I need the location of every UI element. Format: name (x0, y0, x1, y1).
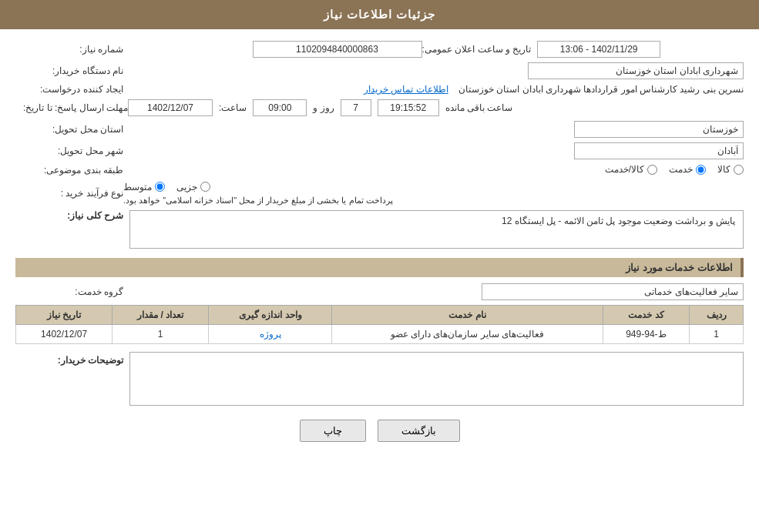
days-remaining-input[interactable] (341, 99, 371, 116)
buyer-org-row: نام دستگاه خریدار: (15, 62, 744, 79)
col-name: نام خدمت (332, 305, 603, 324)
need-number-label: شماره نیاز: (15, 44, 123, 55)
services-section-title: اطلاعات خدمات مورد نیاز (15, 258, 744, 277)
province-input[interactable] (574, 121, 744, 138)
khedmat-radio[interactable] (696, 165, 706, 175)
button-row: بازگشت چاپ (15, 408, 744, 453)
content-area: شماره نیاز: تاریخ و ساعت اعلان عمومی: نا… (0, 29, 759, 465)
category-kala-khedmat: کالا/خدمت (605, 164, 657, 175)
category-label: طبقه بندی موضوعی: (15, 165, 123, 176)
deadline-time-input[interactable] (253, 99, 307, 116)
deadline-value: ساعت: روز و ساعت باقی مانده (128, 99, 744, 116)
city-input[interactable] (574, 142, 744, 159)
days-label: روز و (313, 102, 334, 113)
table-row: 1 ط-94-949 فعالیت‌های سایر سازمان‌های دا… (16, 324, 744, 343)
time-label: ساعت: (219, 102, 247, 113)
time-remaining-input[interactable] (378, 99, 439, 116)
col-code: کد خدمت (603, 305, 690, 324)
kala-khedmat-label: کالا/خدمت (605, 164, 644, 175)
service-group-row: گروه خدمت: (15, 283, 744, 300)
general-desc-value: پایش و برداشت وضعیت موجود پل ثامن الائمه… (129, 210, 744, 249)
table-body: 1 ط-94-949 فعالیت‌های سایر سازمان‌های دا… (16, 324, 744, 343)
buyer-org-input[interactable] (528, 62, 744, 79)
announce-date-label: تاریخ و ساعت اعلان عمومی: (422, 44, 532, 55)
city-value (123, 142, 744, 159)
remaining-label: ساعت باقی مانده (445, 102, 513, 113)
general-desc-section: شرح کلی نیاز: پایش و برداشت وضعیت موجود … (15, 210, 744, 249)
city-row: شهر محل تحویل: (15, 142, 744, 159)
service-group-label: گروه خدمت: (15, 286, 123, 297)
page-title: جزئیات اطلاعات نیاز (324, 8, 435, 21)
category-kala: کالا (717, 164, 744, 175)
province-label: استان محل تحویل: (15, 124, 123, 135)
creator-value: نسرین بنی رشید کارشناس امور قراردادها شه… (123, 84, 744, 95)
col-date: تاریخ نیاز (16, 305, 113, 324)
service-group-input[interactable] (482, 283, 744, 300)
category-khedmat: خدمت (669, 164, 706, 175)
need-number-input[interactable] (253, 41, 422, 58)
buyer-notes-value (129, 352, 744, 408)
province-value (123, 121, 744, 138)
announce-date-input[interactable] (537, 41, 660, 58)
kala-radio[interactable] (734, 165, 744, 175)
table-header-row: ردیف کد خدمت نام خدمت واحد اندازه گیری ت… (16, 305, 744, 324)
creator-label: ایجاد کننده درخواست: (15, 84, 123, 95)
print-button[interactable]: چاپ (300, 420, 366, 442)
cell-name: فعالیت‌های سایر سازمان‌های دارای عضو (332, 324, 603, 343)
buyer-notes-textarea[interactable] (129, 352, 744, 406)
page-wrapper: جزئیات اطلاعات نیاز شماره نیاز: تاریخ و … (0, 0, 759, 532)
jozvi-label: جزیی (176, 182, 197, 192)
page-header: جزئیات اطلاعات نیاز (0, 0, 759, 29)
purchase-type-row: نوع فرآیند خرید : متوسط جزیی پرداخت تمام… (15, 182, 744, 206)
category-radio-group: کالا/خدمت خدمت کالا (605, 164, 744, 175)
kala-label: کالا (717, 164, 730, 175)
buyer-org-value (123, 62, 744, 79)
city-label: شهر محل تحویل: (15, 146, 123, 156)
need-number-value (123, 41, 422, 58)
cell-unit: پروژه (209, 324, 332, 343)
general-desc-label: شرح کلی نیاز: (15, 210, 123, 221)
jozvi-radio[interactable] (200, 182, 210, 192)
narration-box: پایش و برداشت وضعیت موجود پل ثامن الائمه… (129, 210, 744, 249)
creator-text: نسرین بنی رشید کارشناس امور قراردادها شه… (458, 84, 744, 95)
purchase-jozvi: جزیی (176, 182, 210, 192)
buyer-notes-label: توضیحات خریدار: (15, 352, 123, 366)
buyer-notes-section: توضیحات خریدار: (15, 352, 744, 408)
purchase-type-radio-group: متوسط جزیی (123, 182, 210, 192)
service-group-value (123, 283, 744, 300)
purchase-type-label: نوع فرآیند خرید : (15, 188, 123, 199)
motavaset-label: متوسط (123, 182, 152, 192)
category-options: کالا/خدمت خدمت کالا (123, 164, 744, 177)
kala-khedmat-radio[interactable] (647, 165, 657, 175)
purchase-type-note: پرداخت تمام یا بخشی از مبلغ خریدار از مح… (123, 196, 393, 206)
cell-code: ط-94-949 (603, 324, 690, 343)
col-count: تعداد / مقدار (113, 305, 209, 324)
deadline-date-input[interactable] (128, 99, 213, 116)
need-number-row: شماره نیاز: تاریخ و ساعت اعلان عمومی: (15, 41, 744, 58)
category-row: طبقه بندی موضوعی: کالا/خدمت خدمت کالا (15, 164, 744, 177)
buyer-org-label: نام دستگاه خریدار: (15, 65, 123, 76)
purchase-type-value: متوسط جزیی پرداخت تمام یا بخشی از مبلغ خ… (123, 182, 744, 206)
cell-count: 1 (113, 324, 209, 343)
contact-link[interactable]: اطلاعات تماس خریدار (364, 84, 448, 95)
back-button[interactable]: بازگشت (378, 420, 460, 442)
cell-date: 1402/12/07 (16, 324, 113, 343)
province-row: استان محل تحویل: (15, 121, 744, 138)
col-row: ردیف (690, 305, 744, 324)
table-header: ردیف کد خدمت نام خدمت واحد اندازه گیری ت… (16, 305, 744, 324)
col-unit: واحد اندازه گیری (209, 305, 332, 324)
deadline-row: مهلت ارسال پاسخ: تا تاریخ: ساعت: روز و س… (15, 99, 744, 116)
purchase-motavaset: متوسط (123, 182, 165, 192)
narration-text: پایش و برداشت وضعیت موجود پل ثامن الائمه… (502, 216, 735, 226)
services-table: ردیف کد خدمت نام خدمت واحد اندازه گیری ت… (15, 305, 744, 344)
motavaset-radio[interactable] (155, 182, 165, 192)
creator-row: ایجاد کننده درخواست: نسرین بنی رشید کارش… (15, 84, 744, 95)
cell-row: 1 (690, 324, 744, 343)
deadline-label: مهلت ارسال پاسخ: تا تاریخ: (15, 102, 128, 113)
khedmat-label: خدمت (669, 164, 693, 175)
